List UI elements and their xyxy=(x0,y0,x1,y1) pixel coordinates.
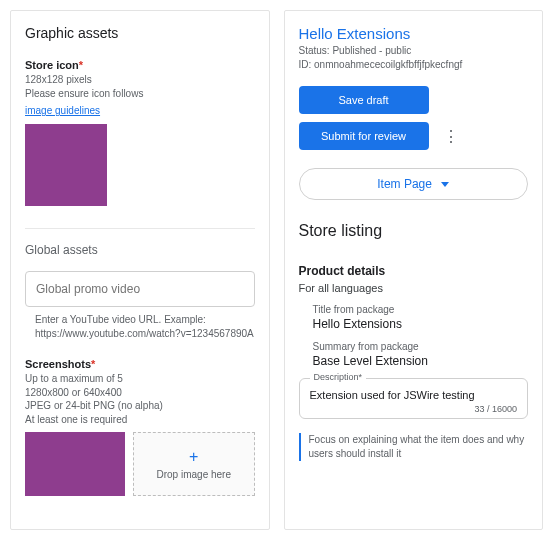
store-icon-label: Store icon* xyxy=(25,59,255,71)
id-line: ID: onmnoahmececoilgkfbffjfpkecfngf xyxy=(299,58,529,72)
char-counter: 33 / 16000 xyxy=(310,404,518,414)
save-row: Save draft xyxy=(299,86,529,114)
description-legend: Description* xyxy=(310,372,367,382)
save-draft-button[interactable]: Save draft xyxy=(299,86,429,114)
chevron-down-icon xyxy=(441,182,449,187)
image-guidelines-link[interactable]: image guidelines xyxy=(25,105,100,116)
screenshots-hint-3: JPEG or 24-bit PNG (no alpha) xyxy=(25,399,255,413)
title-field: Title from package Hello Extensions xyxy=(313,304,529,331)
required-asterisk: * xyxy=(79,59,83,71)
screenshots-hint-2: 1280x800 or 640x400 xyxy=(25,386,255,400)
summary-from-package-label: Summary from package xyxy=(313,341,529,352)
product-details-heading: Product details xyxy=(299,264,529,278)
item-page-label: Item Page xyxy=(377,177,432,191)
plus-icon: + xyxy=(189,449,198,465)
description-hint: Focus on explaining what the item does a… xyxy=(299,433,529,461)
summary-from-package-value: Base Level Extension xyxy=(313,354,529,368)
item-detail-panel: Hello Extensions Status: Published - pub… xyxy=(284,10,544,530)
description-box: Description* 33 / 16000 xyxy=(299,378,529,419)
title-from-package-value: Hello Extensions xyxy=(313,317,529,331)
divider xyxy=(25,228,255,229)
description-input[interactable] xyxy=(310,386,518,404)
screenshots-row: + Drop image here xyxy=(25,432,255,496)
required-asterisk: * xyxy=(91,358,95,370)
summary-field: Summary from package Base Level Extensio… xyxy=(313,341,529,368)
screenshots-hint-4: At least one is required xyxy=(25,413,255,427)
store-icon-ensure: Please ensure icon follows xyxy=(25,87,255,101)
screenshot-thumb[interactable] xyxy=(25,432,125,496)
screenshot-dropzone[interactable]: + Drop image here xyxy=(133,432,255,496)
submit-review-button[interactable]: Submit for review xyxy=(299,122,429,150)
more-menu-icon[interactable]: ⋮ xyxy=(443,127,458,146)
store-icon-preview[interactable] xyxy=(25,124,107,206)
promo-video-hint: Enter a YouTube video URL. Example: http… xyxy=(35,313,255,340)
store-listing-heading: Store listing xyxy=(299,222,529,240)
global-assets-heading: Global assets xyxy=(25,243,255,257)
for-all-languages: For all languages xyxy=(299,282,529,294)
dropzone-text: Drop image here xyxy=(157,469,231,480)
store-icon-dim: 128x128 pixels xyxy=(25,73,255,87)
title-from-package-label: Title from package xyxy=(313,304,529,315)
screenshots-section: Screenshots* Up to a maximum of 5 1280x8… xyxy=(25,358,255,496)
submit-row: Submit for review ⋮ xyxy=(299,122,529,150)
status-line: Status: Published - public xyxy=(299,44,529,58)
promo-video-input[interactable] xyxy=(25,271,255,307)
store-icon-section: Store icon* 128x128 pixels Please ensure… xyxy=(25,59,255,206)
screenshots-label: Screenshots* xyxy=(25,358,255,370)
item-page-dropdown[interactable]: Item Page xyxy=(299,168,529,200)
graphic-assets-heading: Graphic assets xyxy=(25,25,255,41)
extension-title[interactable]: Hello Extensions xyxy=(299,25,529,42)
screenshots-hint-1: Up to a maximum of 5 xyxy=(25,372,255,386)
graphic-assets-panel: Graphic assets Store icon* 128x128 pixel… xyxy=(10,10,270,530)
